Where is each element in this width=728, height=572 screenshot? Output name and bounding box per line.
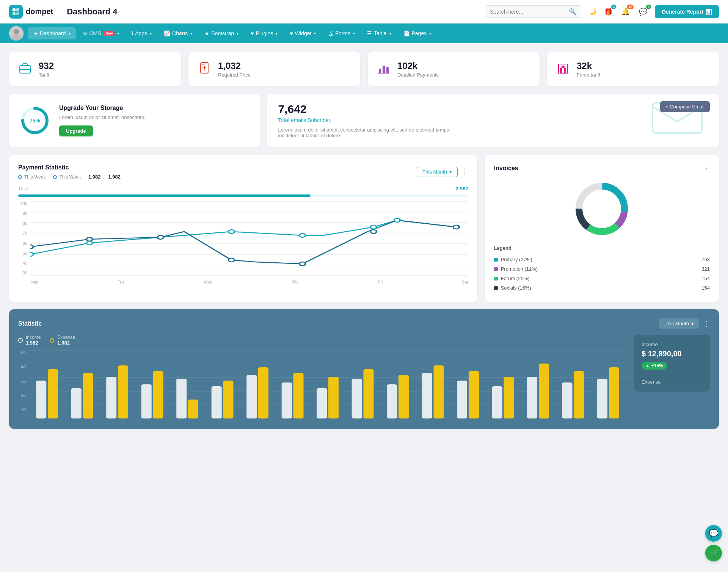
logo[interactable]: dompet bbox=[9, 5, 53, 19]
legend-dot-teal bbox=[18, 175, 22, 179]
chat-button[interactable]: 💬 5 bbox=[637, 6, 649, 17]
legend-item-2: This Week bbox=[53, 174, 80, 180]
stat-card-payments: 102k Detalled Payments bbox=[368, 52, 540, 86]
svg-rect-62 bbox=[71, 388, 82, 418]
total-row: Total 3.982 bbox=[18, 186, 468, 191]
svg-rect-84 bbox=[457, 381, 467, 418]
svg-rect-63 bbox=[83, 373, 93, 418]
more-options-button[interactable]: ⋮ bbox=[461, 168, 468, 176]
row2: 75% Upgrade Your Storage Lorem ipsum dol… bbox=[9, 94, 719, 147]
row3: Payment Statistic This Week This Week 1.… bbox=[9, 155, 719, 302]
nav-item-cms[interactable]: ⚙ CMS New ▾ bbox=[77, 27, 125, 39]
legend-value-1: 1.982 bbox=[88, 174, 101, 180]
stat-card-force-tariff: 32k Force tariff bbox=[547, 52, 719, 86]
income-change-badge: ▲ +15% bbox=[642, 362, 667, 370]
storage-progress: 75% bbox=[20, 105, 50, 136]
forum-label: Forum (22%) bbox=[501, 276, 530, 281]
statistic-month-filter[interactable]: This Month ▾ bbox=[659, 318, 699, 329]
primary-color bbox=[494, 258, 498, 262]
charts-icon: 📈 bbox=[164, 30, 170, 36]
payment-statistic-title: Payment Statistic bbox=[18, 164, 121, 171]
svg-rect-77 bbox=[328, 377, 339, 418]
nav-item-forms[interactable]: 🖨 Forms ▾ bbox=[323, 27, 360, 39]
nav-item-bootstrap[interactable]: ★ Bootstrap ▾ bbox=[199, 27, 244, 39]
legend-title: Legend bbox=[494, 245, 710, 251]
upgrade-button[interactable]: Upgrade bbox=[59, 125, 93, 136]
svg-point-5 bbox=[14, 29, 19, 34]
logo-icon bbox=[9, 5, 23, 19]
forum-color bbox=[494, 277, 498, 281]
svg-point-38 bbox=[229, 230, 235, 234]
stat-cards-row: 932 Tariff 1,032 Required Price bbox=[9, 52, 719, 86]
nav-item-dashboard[interactable]: ⊞ Dashboard ▾ bbox=[28, 27, 76, 39]
legend-item-1: This Week bbox=[18, 174, 46, 180]
widget-icon: ♥ bbox=[290, 30, 293, 36]
payments-value: 102k bbox=[397, 61, 439, 71]
statistic-title: Statistic bbox=[18, 320, 42, 327]
line-chart-svg bbox=[30, 201, 468, 277]
svg-rect-76 bbox=[317, 388, 327, 418]
income-panel-value: $ 12,890,00 bbox=[642, 349, 702, 358]
legend-row-socials: Socials (15%) 154 bbox=[494, 283, 710, 293]
invoices-more-button[interactable]: ⋮ bbox=[703, 164, 710, 172]
bell-badge: 12 bbox=[627, 5, 634, 9]
bell-button[interactable]: 🔔 12 bbox=[620, 6, 631, 17]
nav-item-charts[interactable]: 📈 Charts ▾ bbox=[158, 27, 198, 39]
svg-point-36 bbox=[86, 241, 93, 245]
svg-point-48 bbox=[370, 230, 377, 234]
primary-label: Primary (27%) bbox=[501, 257, 532, 262]
svg-rect-91 bbox=[574, 371, 584, 418]
svg-rect-80 bbox=[387, 384, 397, 418]
svg-point-49 bbox=[453, 225, 460, 229]
svg-point-44 bbox=[86, 237, 93, 241]
nav-label-charts: Charts bbox=[172, 30, 188, 36]
search-input[interactable] bbox=[490, 9, 566, 15]
chevron-down-icon: ▾ bbox=[237, 31, 238, 36]
nav-item-apps[interactable]: ℹ Apps ▾ bbox=[126, 27, 157, 39]
svg-rect-18 bbox=[559, 64, 568, 73]
legend-dot-blue bbox=[53, 175, 57, 179]
expense-panel-label: Expense bbox=[642, 379, 702, 385]
month-filter-label: This Month bbox=[665, 321, 689, 326]
nav-avatar[interactable] bbox=[9, 26, 24, 41]
chevron-down-icon: ▾ bbox=[691, 321, 694, 326]
legend-row-promotion: Promotion (11%) 321 bbox=[494, 264, 710, 274]
income-change-value: +15% bbox=[651, 363, 663, 368]
svg-rect-85 bbox=[469, 371, 479, 418]
nav-item-table[interactable]: ☰ Table ▾ bbox=[362, 27, 396, 39]
briefcase-icon bbox=[18, 61, 32, 77]
statistic-more-button[interactable]: ⋮ bbox=[703, 320, 710, 328]
apps-icon: ℹ bbox=[131, 30, 133, 36]
svg-rect-87 bbox=[504, 377, 514, 418]
income-legend-value: 1.982 bbox=[26, 340, 41, 346]
nav-item-widget[interactable]: ♥ Widget ▾ bbox=[284, 27, 321, 39]
svg-rect-26 bbox=[653, 103, 702, 133]
svg-rect-9 bbox=[24, 69, 26, 70]
navbar: ⊞ Dashboard ▾ ⚙ CMS New ▾ ℹ Apps ▾ 📈 Cha… bbox=[0, 24, 728, 43]
gift-button[interactable]: 🎁 2 bbox=[602, 6, 614, 17]
email-count: 7,642 bbox=[278, 103, 708, 116]
income-panel-label: Income bbox=[642, 342, 702, 347]
nav-label-cms: CMS bbox=[89, 30, 101, 36]
email-desc: Lorem ipsum dolor sit amet, consectetur … bbox=[278, 127, 468, 138]
svg-rect-86 bbox=[492, 386, 502, 418]
nav-item-plugins[interactable]: ♥ Plugins ▾ bbox=[245, 27, 283, 39]
generate-report-button[interactable]: Generate Report 📊 bbox=[655, 5, 719, 18]
table-icon: ☰ bbox=[367, 30, 372, 36]
svg-point-40 bbox=[370, 225, 377, 229]
svg-rect-19 bbox=[560, 68, 562, 73]
storage-title: Upgrade Your Storage bbox=[59, 105, 146, 111]
this-month-filter[interactable]: This Month ▾ bbox=[417, 167, 457, 177]
legend-list: Primary (27%) 763 Promotion (11%) 321 Fo… bbox=[494, 255, 710, 293]
nav-label-apps: Apps bbox=[135, 30, 147, 36]
legend-label-2: This Week bbox=[59, 174, 80, 180]
svg-rect-2 bbox=[13, 12, 16, 15]
payments-label: Detalled Payments bbox=[397, 72, 439, 78]
statistic-header: Statistic This Month ▾ ⋮ bbox=[18, 318, 710, 329]
nav-item-pages[interactable]: 📄 Pages ▾ bbox=[398, 27, 437, 39]
search-icon[interactable]: 🔍 bbox=[569, 8, 576, 15]
search-bar: 🔍 bbox=[485, 5, 581, 18]
email-subtitle: Total emails Subcriber. bbox=[278, 117, 708, 123]
nav-label-dashboard: Dashboard bbox=[40, 30, 66, 36]
theme-toggle[interactable]: 🌙 bbox=[589, 8, 596, 15]
